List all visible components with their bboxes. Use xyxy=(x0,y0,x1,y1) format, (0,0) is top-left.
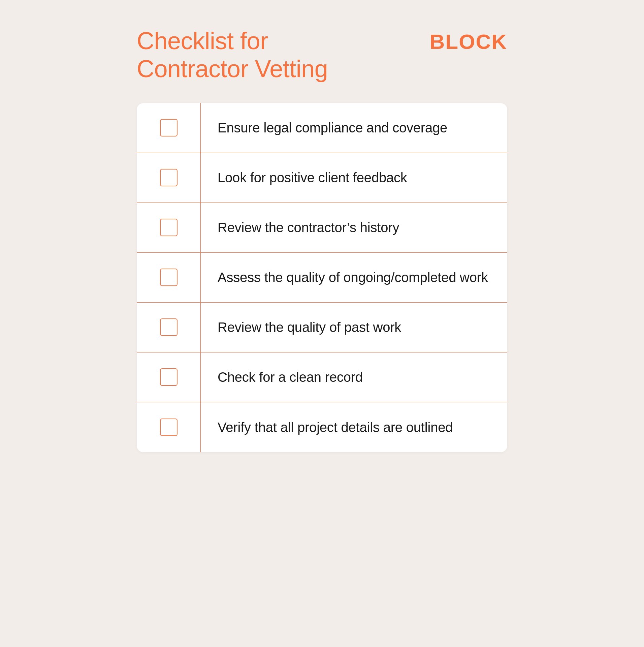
list-item: Review the contractor’s history xyxy=(137,203,507,253)
title-line2: Contractor Vetting xyxy=(137,55,328,82)
checkbox-cell xyxy=(137,303,201,352)
item-label-1: Ensure legal compliance and coverage xyxy=(201,119,464,136)
checkbox-5[interactable] xyxy=(160,318,178,336)
item-label-5: Review the quality of past work xyxy=(201,318,418,336)
page-title: Checklist for Contractor Vetting xyxy=(137,27,328,83)
item-label-6: Check for a clean record xyxy=(201,368,380,386)
checkbox-3[interactable] xyxy=(160,219,178,236)
item-label-4: Assess the quality of ongoing/completed … xyxy=(201,269,505,286)
checkbox-2[interactable] xyxy=(160,169,178,186)
item-label-3: Review the contractor’s history xyxy=(201,219,416,236)
checklist-container: Ensure legal compliance and coverageLook… xyxy=(137,103,507,452)
checkbox-4[interactable] xyxy=(160,269,178,286)
title-line1: Checklist for xyxy=(137,27,268,54)
list-item: Look for positive client feedback xyxy=(137,153,507,203)
list-item: Review the quality of past work xyxy=(137,303,507,352)
checkbox-1[interactable] xyxy=(160,119,178,136)
checkbox-cell xyxy=(137,352,201,402)
checkbox-cell xyxy=(137,203,201,252)
item-label-7: Verify that all project details are outl… xyxy=(201,419,470,436)
checkbox-6[interactable] xyxy=(160,368,178,386)
checkbox-cell xyxy=(137,402,201,452)
brand-logo: BLOCK xyxy=(430,30,507,54)
item-label-2: Look for positive client feedback xyxy=(201,169,424,186)
checkbox-7[interactable] xyxy=(160,419,178,436)
page-container: Checklist for Contractor Vetting BLOCK E… xyxy=(137,27,507,452)
list-item: Ensure legal compliance and coverage xyxy=(137,103,507,153)
list-item: Assess the quality of ongoing/completed … xyxy=(137,253,507,303)
checkbox-cell xyxy=(137,103,201,153)
checkbox-cell xyxy=(137,253,201,302)
header: Checklist for Contractor Vetting BLOCK xyxy=(137,27,507,83)
list-item: Verify that all project details are outl… xyxy=(137,402,507,452)
checkbox-cell xyxy=(137,153,201,203)
list-item: Check for a clean record xyxy=(137,352,507,402)
